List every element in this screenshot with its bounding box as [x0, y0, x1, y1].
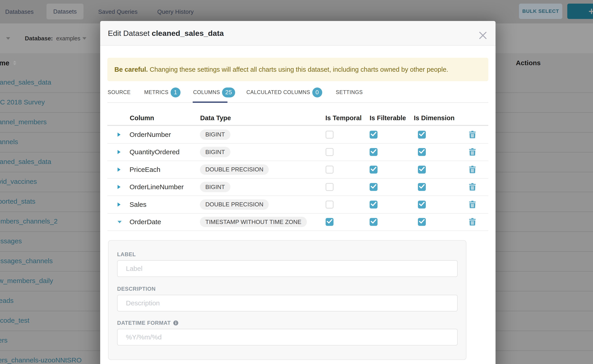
is-filterable-checkbox-checked[interactable]	[370, 183, 377, 191]
collapsed-filter-caret-icon[interactable]	[6, 37, 10, 40]
column-name: QuantityOrdered	[130, 148, 180, 156]
description-input[interactable]	[117, 295, 458, 312]
collapse-row-caret-icon[interactable]	[118, 221, 122, 223]
dataset-link[interactable]: messages_channels	[0, 257, 53, 265]
is-filterable-checkbox-checked[interactable]	[370, 218, 377, 226]
tab-label: CALCULATED COLUMNS	[246, 89, 310, 95]
dataset-link[interactable]: threads	[0, 297, 13, 305]
tab-columns[interactable]: COLUMNS25	[193, 82, 235, 102]
is-dimension-checkbox-checked[interactable]	[418, 130, 426, 138]
dataset-link[interactable]: members_channels_2	[0, 217, 58, 225]
column-name: OrderDate	[130, 218, 161, 226]
expand-row-caret-icon[interactable]	[118, 202, 120, 207]
dataset-link[interactable]: cleaned_sales_data	[0, 78, 51, 86]
columns-table: ColumnData TypeIs TemporalIs FilterableI…	[107, 103, 488, 231]
column-row-quantityordered: QuantityOrderedBIGINT	[107, 144, 488, 161]
bulk-select-button[interactable]: BULK SELECT	[519, 4, 562, 19]
is-dimension-checkbox-checked[interactable]	[418, 183, 426, 191]
nav-tab-datasets[interactable]: Datasets	[46, 4, 84, 20]
tab-metrics[interactable]: METRICS1	[144, 82, 180, 102]
sort-icon[interactable]	[13, 61, 16, 65]
dataset-link[interactable]: users_channels-uzooNNtSRO	[0, 356, 82, 364]
delete-column-icon[interactable]	[469, 183, 476, 191]
database-filter-label: Database:	[25, 35, 53, 42]
column-row-sales: SalesDOUBLE PRECISION	[107, 196, 488, 214]
data-type-pill: BIGINT	[200, 182, 231, 192]
datetime-format-input[interactable]	[117, 329, 458, 345]
is-dimension-checkbox-checked[interactable]	[418, 166, 426, 173]
is-filterable-checkbox-checked[interactable]	[370, 201, 377, 208]
label-input[interactable]	[117, 260, 458, 277]
tab-badge: 25	[222, 87, 235, 98]
is-temporal-checkbox-unchecked[interactable]	[326, 130, 334, 138]
table-header-divider	[107, 125, 488, 126]
field-label-description: DESCRIPTION	[117, 286, 458, 292]
tab-label: SETTINGS	[336, 89, 363, 95]
expand-row-caret-icon[interactable]	[118, 133, 120, 137]
warning-bold: Be careful.	[114, 66, 148, 73]
nav-tab-saved-queries[interactable]: Saved Queries	[98, 0, 138, 23]
modal-header: Edit Dataset cleaned_sales_data	[100, 21, 495, 46]
database-filter-value[interactable]: examples	[56, 35, 80, 42]
name-column-header[interactable]: Name	[0, 59, 9, 67]
form-field-group: DATETIME FORMAT	[117, 320, 458, 345]
data-type-pill: DOUBLE PRECISION	[200, 199, 269, 210]
is-temporal-checkbox-checked[interactable]	[326, 218, 334, 226]
edit-dataset-modal: Edit Dataset cleaned_sales_data Be caref…	[100, 21, 495, 364]
sort-desc-icon	[13, 63, 16, 65]
is-temporal-checkbox-unchecked[interactable]	[326, 183, 334, 191]
column-row-orderlinenumber: OrderLineNumberBIGINT	[107, 179, 488, 196]
tab-label: COLUMNS	[193, 89, 220, 95]
column-header-is-temporal: Is Temporal	[325, 114, 362, 122]
dataset-link[interactable]: channel_members	[0, 118, 47, 126]
dataset-link[interactable]: messages	[0, 237, 22, 245]
field-label-datetime-format: DATETIME FORMAT	[117, 320, 458, 326]
form-field-group: DESCRIPTION	[117, 286, 458, 312]
dataset-link[interactable]: covid_vaccines	[0, 178, 37, 185]
column-header-data-type: Data Type	[200, 114, 231, 122]
dataset-link[interactable]: channels	[0, 138, 18, 146]
close-icon[interactable]	[479, 31, 487, 39]
is-temporal-checkbox-unchecked[interactable]	[326, 201, 334, 208]
is-filterable-checkbox-checked[interactable]	[370, 130, 377, 138]
is-temporal-checkbox-unchecked[interactable]	[326, 148, 334, 156]
is-temporal-checkbox-unchecked[interactable]	[326, 166, 334, 173]
tab-source[interactable]: SOURCE	[108, 82, 131, 102]
dataset-link[interactable]: exported_stats	[0, 198, 35, 205]
modal-title-dataset-name: cleaned_sales_data	[152, 29, 224, 38]
nav-tab-query-history[interactable]: Query History	[157, 0, 194, 23]
add-dataset-button[interactable]: +	[567, 4, 593, 19]
delete-column-icon[interactable]	[469, 201, 476, 208]
dataset-link[interactable]: cleaned_sales_data	[0, 158, 51, 166]
dataset-link[interactable]: unicode_test	[0, 317, 29, 324]
column-header-column: Column	[130, 114, 154, 122]
column-row-priceeach: PriceEachDOUBLE PRECISION	[107, 161, 488, 179]
column-header-is-filterable: Is Filterable	[370, 114, 406, 122]
dataset-link[interactable]: new_members_daily	[0, 277, 53, 285]
expand-row-caret-icon[interactable]	[118, 185, 120, 189]
delete-column-icon[interactable]	[469, 166, 476, 173]
column-row-orderdate: OrderDateTIMESTAMP WITHOUT TIME ZONE	[107, 214, 488, 231]
tab-badge: 1	[171, 87, 180, 98]
dataset-link[interactable]: users	[0, 337, 7, 344]
expand-row-caret-icon[interactable]	[118, 150, 120, 154]
warning-banner: Be careful. Changing these settings will…	[107, 58, 488, 81]
is-dimension-checkbox-checked[interactable]	[418, 148, 426, 156]
tab-calculated-columns[interactable]: CALCULATED COLUMNS0	[246, 82, 322, 102]
delete-column-icon[interactable]	[469, 148, 476, 156]
nav-tab-databases[interactable]: Databases	[5, 0, 34, 23]
dataset-link[interactable]: FCC 2018 Survey	[0, 98, 45, 106]
tab-badge: 0	[312, 87, 322, 98]
warning-text: Changing these settings will affect all …	[148, 66, 448, 73]
delete-column-icon[interactable]	[469, 131, 476, 138]
delete-column-icon[interactable]	[469, 218, 476, 226]
plus-icon: +	[588, 5, 593, 17]
is-dimension-checkbox-checked[interactable]	[418, 201, 426, 208]
tab-settings[interactable]: SETTINGS	[336, 82, 363, 102]
database-filter-caret-icon[interactable]	[82, 37, 86, 40]
is-filterable-checkbox-checked[interactable]	[370, 148, 377, 156]
expand-row-caret-icon[interactable]	[118, 168, 120, 172]
is-filterable-checkbox-checked[interactable]	[370, 166, 377, 173]
column-name: PriceEach	[130, 166, 160, 173]
is-dimension-checkbox-checked[interactable]	[418, 218, 426, 226]
